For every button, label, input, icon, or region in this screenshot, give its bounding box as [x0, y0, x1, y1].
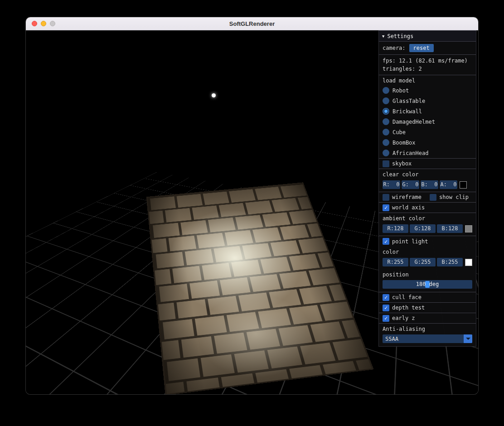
- ambient-color-swatch[interactable]: [465, 225, 472, 232]
- ambient-g-field[interactable]: G:128: [410, 224, 436, 233]
- window-title: SoftGLRenderer: [229, 20, 275, 27]
- world-axis-label: world axis: [392, 204, 425, 211]
- model-radio-robot[interactable]: Robot: [379, 85, 476, 96]
- depth-test-label: depth test: [392, 304, 425, 311]
- model-radio-brickwall[interactable]: Brickwall: [379, 106, 476, 116]
- clear-color-section: clear color R: 0 G: 0 B: 0 A: 0: [379, 169, 476, 192]
- checkbox-world-axis[interactable]: ✓ world axis: [379, 202, 476, 213]
- model-radio-boombox[interactable]: BoomBox: [379, 137, 476, 148]
- model-label: AfricanHead: [393, 150, 428, 157]
- radio-icon: [383, 150, 389, 156]
- checkbox-icon[interactable]: [430, 194, 436, 201]
- position-label: position: [379, 269, 476, 279]
- combo-value: SSAA: [385, 335, 398, 343]
- chevron-down-icon: [466, 338, 470, 342]
- light-r-field[interactable]: R:255: [383, 258, 408, 266]
- radio-icon: [383, 108, 389, 115]
- checkbox-icon[interactable]: [383, 194, 389, 201]
- clear-color-swatch[interactable]: [460, 181, 467, 189]
- anti-aliasing-combo[interactable]: SSAA: [383, 334, 472, 343]
- window-controls: [32, 21, 55, 26]
- early-z-label: early z: [392, 315, 415, 322]
- model-label: DamagedHelmet: [393, 118, 435, 126]
- minimize-button[interactable]: [41, 21, 46, 26]
- clear-color-fields: R: 0 G: 0 B: 0 A: 0: [379, 179, 476, 192]
- show-clip-label: show clip: [439, 194, 469, 201]
- slider-value-text: 180 deg: [383, 280, 472, 289]
- ambient-color-label: ambient color: [379, 213, 476, 223]
- load-model-label: load model: [379, 75, 476, 85]
- clear-color-a-field[interactable]: A: 0: [440, 180, 457, 189]
- model-label: Cube: [393, 129, 406, 136]
- checkbox-skybox[interactable]: ✓ skybox: [379, 158, 476, 169]
- camera-reset-button[interactable]: reset: [409, 44, 434, 52]
- stats-block: fps: 12.1 (82.61 ms/frame) triangles: 2: [379, 54, 476, 75]
- model-radio-africanhead[interactable]: AfricanHead: [379, 148, 476, 158]
- light-color-label: color: [379, 247, 476, 257]
- clear-color-g-field[interactable]: G: 0: [402, 180, 419, 189]
- point-light-dot: [212, 93, 216, 97]
- checkbox-icon: ✓: [383, 160, 389, 167]
- light-b-field[interactable]: B:255: [437, 258, 463, 266]
- checkbox-point-light[interactable]: ✓ point light: [379, 236, 476, 247]
- clear-color-b-field[interactable]: B: 0: [421, 180, 438, 189]
- panel-header-label: Settings: [387, 33, 413, 40]
- model-label: GlassTable: [393, 97, 425, 105]
- viewport-canvas[interactable]: ▼ Settings camera: reset fps: 12.1 (82.6…: [26, 30, 478, 394]
- checkbox-icon: ✓: [383, 238, 389, 245]
- light-color-swatch[interactable]: [465, 259, 472, 266]
- radio-icon: [383, 118, 389, 125]
- camera-label: camera:: [383, 44, 406, 52]
- cull-face-label: cull face: [392, 294, 422, 301]
- radio-icon: [383, 129, 389, 136]
- wireframe-label: wireframe: [392, 194, 422, 201]
- position-slider[interactable]: 180 deg: [383, 280, 472, 289]
- model-label: Robot: [393, 87, 409, 94]
- light-color-fields: R:255 G:255 B:255: [379, 257, 476, 269]
- checkbox-cull-face[interactable]: ✓ cull face: [379, 292, 476, 302]
- checkbox-depth-test[interactable]: ✓ depth test: [379, 302, 476, 313]
- combo-arrow-button[interactable]: [464, 334, 472, 343]
- fps-text: fps: 12.1 (82.61 ms/frame): [379, 57, 476, 65]
- collapse-arrow-icon: ▼: [382, 33, 384, 40]
- checkbox-icon: ✓: [383, 305, 389, 311]
- light-g-field[interactable]: G:255: [410, 258, 436, 266]
- radio-icon: [383, 97, 389, 104]
- clear-color-label: clear color: [379, 169, 476, 179]
- radio-icon: [383, 87, 389, 94]
- titlebar: SoftGLRenderer: [26, 17, 478, 30]
- model-radio-glasstable[interactable]: GlassTable: [379, 96, 476, 106]
- model-label: BoomBox: [393, 139, 416, 146]
- checkbox-early-z[interactable]: ✓ early z: [379, 313, 476, 323]
- point-light-label: point light: [392, 238, 428, 245]
- clear-color-r-field[interactable]: R: 0: [383, 180, 400, 189]
- close-button[interactable]: [32, 21, 37, 26]
- app-window: SoftGLRenderer ▼ Settings camera: reset …: [26, 17, 478, 394]
- radio-icon: [383, 139, 389, 146]
- triangles-text: triangles: 2: [379, 65, 476, 73]
- model-radio-damagedhelmet[interactable]: DamagedHelmet: [379, 116, 476, 127]
- panel-header-settings[interactable]: ▼ Settings: [379, 31, 476, 41]
- ambient-color-fields: R:128 G:128 B:128: [379, 223, 476, 236]
- wireframe-row: wireframe show clip: [379, 192, 476, 202]
- ambient-b-field[interactable]: B:128: [437, 224, 463, 233]
- anti-aliasing-section: Anti-aliasing SSAA: [379, 323, 476, 343]
- camera-row: camera: reset: [379, 41, 476, 54]
- point-light-section: ✓ point light color R:255 G:255 B:255 po…: [379, 236, 476, 289]
- checkbox-icon: ✓: [383, 204, 389, 211]
- skybox-label: skybox: [392, 160, 412, 167]
- checkbox-icon: ✓: [383, 294, 389, 301]
- settings-panel: ▼ Settings camera: reset fps: 12.1 (82.6…: [378, 30, 476, 347]
- zoom-button[interactable]: [50, 21, 55, 26]
- ambient-color-section: ambient color R:128 G:128 B:128: [379, 213, 476, 236]
- model-radio-list: Robot GlassTable Brickwall DamagedHelmet…: [379, 85, 476, 158]
- checkbox-icon: ✓: [383, 315, 389, 322]
- model-radio-cube[interactable]: Cube: [379, 127, 476, 137]
- model-label: Brickwall: [393, 108, 422, 115]
- load-model-section: load model Robot GlassTable Brickwall Da…: [379, 75, 476, 158]
- ambient-r-field[interactable]: R:128: [383, 224, 408, 233]
- anti-aliasing-label: Anti-aliasing: [379, 324, 476, 334]
